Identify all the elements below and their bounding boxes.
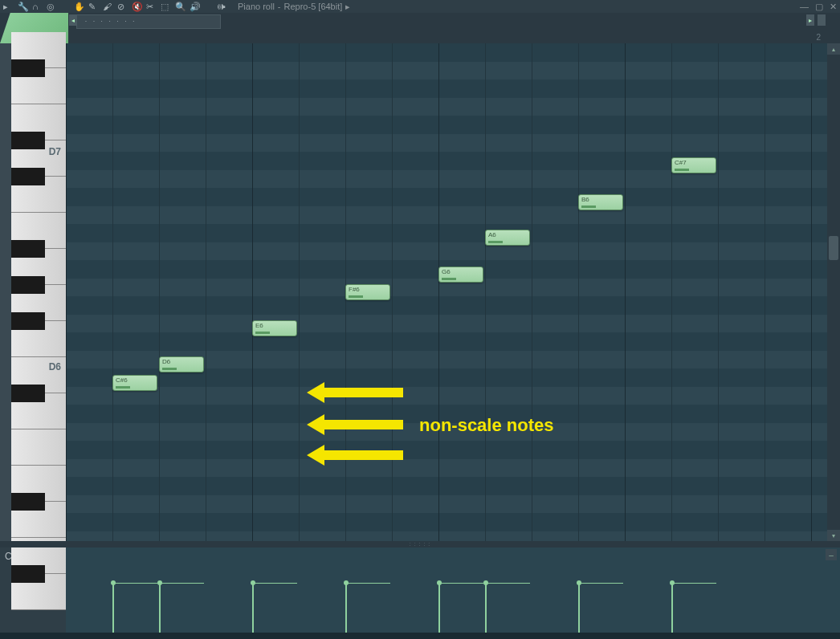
black-key[interactable] (11, 312, 45, 330)
midi-note[interactable]: F#6 (345, 284, 390, 300)
velocity-bar[interactable] (485, 583, 487, 633)
scroll-down-icon[interactable]: ▾ (827, 530, 840, 541)
black-key[interactable] (11, 565, 45, 583)
control-panel: Control ▸ Velocity – (0, 547, 840, 633)
zoom-icon[interactable]: 🔍 (175, 2, 185, 11)
close-icon[interactable]: ✕ (830, 2, 837, 12)
black-key[interactable] (11, 385, 45, 402)
minimap[interactable]: · · · · · · · (76, 14, 221, 29)
velocity-bar[interactable] (671, 583, 673, 633)
scroll-thumb[interactable] (829, 236, 838, 260)
playback-icon[interactable]: 🔊 (190, 2, 199, 11)
white-key[interactable] (11, 429, 66, 466)
velocity-bar[interactable] (252, 583, 254, 633)
midi-note[interactable]: G6 (438, 267, 483, 283)
black-key[interactable] (11, 168, 45, 185)
black-key[interactable] (11, 276, 45, 294)
play-arrow-icon[interactable]: ▸ (3, 2, 13, 11)
velocity-bar[interactable] (112, 583, 114, 633)
select-icon[interactable]: ⬚ (161, 2, 170, 11)
midi-note[interactable]: D6 (159, 356, 204, 372)
minimize-icon[interactable]: — (800, 2, 809, 12)
title-track: Repro-5 [64bit] (284, 2, 343, 11)
title-sep: - (278, 2, 281, 11)
key-label-d6: D6 (49, 361, 61, 372)
black-key[interactable] (11, 132, 45, 149)
slice-icon[interactable]: ⊘ (117, 2, 127, 11)
cut-icon[interactable]: ✂ (146, 2, 156, 11)
brush-icon[interactable]: 🖌 (103, 2, 112, 11)
maximize-icon[interactable]: ▢ (815, 2, 823, 12)
piano-keyboard[interactable]: D7 D6 (0, 43, 66, 541)
main-editor: D7 D6 C#6D6E6F#6G6A6B6C#7 non-scale note… (0, 43, 840, 541)
title-main: Piano roll (238, 2, 275, 11)
minimap-options[interactable] (818, 14, 826, 26)
midi-note[interactable]: C#6 (112, 375, 157, 391)
control-collapse-icon[interactable]: – (826, 549, 837, 560)
note-grid[interactable]: C#6D6E6F#6G6A6B6C#7 non-scale notes (66, 43, 840, 541)
midi-note[interactable]: C#7 (671, 157, 716, 173)
target-icon[interactable]: ◎ (47, 2, 56, 11)
timeline-bar-number: 2 (816, 33, 821, 42)
mute-icon[interactable]: 🔇 (132, 2, 141, 11)
minimap-row: ◂ · · · · · · · ▸ 2 (0, 13, 840, 43)
velocity-bar[interactable] (438, 583, 440, 633)
minimap-nav-right[interactable]: ▸ (806, 14, 814, 26)
wrench-icon[interactable]: 🔧 (18, 2, 27, 11)
velocity-area[interactable]: – (66, 547, 840, 633)
midi-note[interactable]: E6 (252, 320, 297, 336)
scroll-up-icon[interactable]: ▴ (827, 43, 840, 55)
magnet-icon[interactable]: ∩ (32, 2, 42, 11)
pane-divider[interactable]: : : : : : (0, 541, 840, 547)
velocity-bar[interactable] (159, 583, 161, 633)
vertical-scrollbar[interactable]: ▴ ▾ (827, 43, 840, 541)
velocity-bar[interactable] (345, 583, 347, 633)
black-key[interactable] (11, 59, 45, 77)
midi-note[interactable]: B6 (578, 194, 623, 210)
black-key[interactable] (11, 493, 45, 511)
pencil-icon[interactable]: ✎ (88, 2, 98, 11)
titlebar: ▸ 🔧 ∩ ◎ ✋ ✎ 🖌 ⊘ 🔇 ✂ ⬚ 🔍 🔊 🕪 Piano roll -… (0, 0, 840, 13)
audio-icon[interactable]: 🕪 (217, 2, 226, 11)
title-arrow-icon[interactable]: ▸ (345, 2, 350, 12)
velocity-bar[interactable] (578, 583, 580, 633)
black-key[interactable] (11, 240, 45, 258)
midi-note[interactable]: A6 (485, 230, 530, 246)
key-label-d7: D7 (49, 146, 61, 157)
hand-icon[interactable]: ✋ (74, 2, 84, 11)
